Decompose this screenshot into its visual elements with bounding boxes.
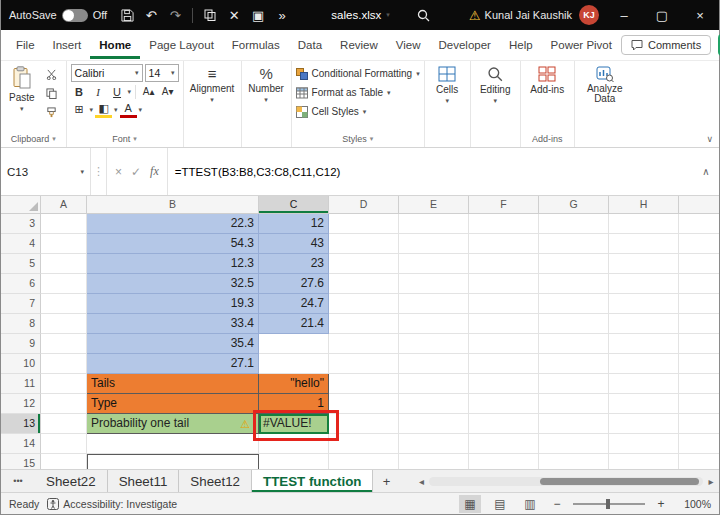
empty-cells-row-14[interactable] <box>329 434 719 454</box>
clipboard-dialog-launcher[interactable]: ▾ <box>52 135 56 143</box>
font-color-dropdown-icon[interactable]: ▾ <box>139 106 143 114</box>
cancel-entry-button[interactable]: × <box>115 165 122 179</box>
conditional-formatting-button[interactable]: Conditional Formatting ▾ <box>296 64 420 83</box>
paste-button[interactable]: Paste ▾ <box>5 64 39 121</box>
cell-C9[interactable] <box>259 334 329 354</box>
cell-C5[interactable]: 23 <box>259 254 329 274</box>
account-warning-icon[interactable]: ⚠ <box>469 8 481 23</box>
redo-button[interactable]: ↷ <box>163 0 187 30</box>
formula-input[interactable]: =TTEST(B3:B8,C3:C8,C11,C12) <box>168 148 693 195</box>
formula-bar-splitter[interactable]: ⋮ <box>91 148 107 195</box>
empty-cells-row-3[interactable] <box>329 214 719 234</box>
empty-cells-row-6[interactable] <box>329 274 719 294</box>
sheet-tab-ttest-function[interactable]: TTEST function <box>252 470 373 492</box>
row-header-10[interactable]: 10 <box>1 354 41 374</box>
font-dialog-launcher[interactable]: ▾ <box>133 135 137 143</box>
tab-home[interactable]: Home <box>90 32 140 59</box>
cell-A12[interactable] <box>41 394 87 414</box>
copy-button[interactable] <box>198 0 222 30</box>
sheet-tab-sheet22[interactable]: Sheet22 <box>35 470 108 492</box>
column-header-A[interactable]: A <box>41 196 87 213</box>
row-header-4[interactable]: 4 <box>1 234 41 254</box>
cell-A3[interactable] <box>41 214 87 234</box>
tab-formulas[interactable]: Formulas <box>223 32 289 59</box>
empty-cells-row-10[interactable] <box>329 354 719 374</box>
picture-button[interactable]: ▣ <box>246 0 270 30</box>
row-header-12[interactable]: 12 <box>1 394 41 414</box>
empty-cells-row-8[interactable] <box>329 314 719 334</box>
name-box[interactable]: C13 ▾ <box>1 148 91 195</box>
sheet-tab-sheet12[interactable]: Sheet12 <box>179 470 252 492</box>
cell-C7[interactable]: 24.7 <box>259 294 329 314</box>
zoom-in-button[interactable]: + <box>653 497 669 511</box>
row-header-6[interactable]: 6 <box>1 274 41 294</box>
tab-data[interactable]: Data <box>289 32 331 59</box>
cut-button[interactable]: ✕ <box>222 0 246 30</box>
row-header-15[interactable]: 15 <box>1 454 41 469</box>
fill-color-dropdown-icon[interactable]: ▾ <box>114 106 118 114</box>
cell-B7[interactable]: 19.3 <box>87 294 259 314</box>
more-sheets-button[interactable]: ••• <box>1 470 35 492</box>
empty-cells-row-9[interactable] <box>329 334 719 354</box>
font-size-combo[interactable]: 14 ▾ <box>145 64 179 82</box>
page-layout-view-button[interactable]: ▤ <box>489 495 511 513</box>
cell-A10[interactable] <box>41 354 87 374</box>
cell-B6[interactable]: 32.5 <box>87 274 259 294</box>
tab-help[interactable]: Help <box>500 32 542 59</box>
cell-A7[interactable] <box>41 294 87 314</box>
user-name[interactable]: Kunal Jai Kaushik <box>485 9 572 21</box>
tab-insert[interactable]: Insert <box>44 32 91 59</box>
bold-button[interactable]: B <box>71 83 88 100</box>
cell-C12[interactable]: 1 <box>259 394 329 414</box>
tab-developer[interactable]: Developer <box>430 32 500 59</box>
cell-B4[interactable]: 54.3 <box>87 234 259 254</box>
zoom-out-button[interactable]: − <box>549 497 565 511</box>
fill-color-button[interactable]: ◧ <box>95 101 112 118</box>
borders-dropdown-icon[interactable]: ▾ <box>90 106 94 114</box>
autosave-control[interactable]: AutoSave Off <box>9 9 107 22</box>
empty-cells-row-12[interactable] <box>329 394 719 414</box>
copy-ribbon-button[interactable] <box>42 85 62 102</box>
format-as-table-button[interactable]: Format as Table ▾ <box>296 83 420 102</box>
empty-cells-row-5[interactable] <box>329 254 719 274</box>
tab-power-pivot[interactable]: Power Pivot <box>542 32 621 59</box>
cell-A8[interactable] <box>41 314 87 334</box>
column-header-G[interactable]: G <box>539 196 609 213</box>
cell-C13-active[interactable]: #VALUE! <box>259 414 329 434</box>
empty-cells-row-7[interactable] <box>329 294 719 314</box>
cell-C14[interactable] <box>259 434 329 454</box>
cell-C3[interactable]: 12 <box>259 214 329 234</box>
column-header-D[interactable]: D <box>329 196 399 213</box>
column-header-B[interactable]: B <box>87 196 259 213</box>
cell-A14[interactable] <box>41 434 87 454</box>
cell-C4[interactable]: 43 <box>259 234 329 254</box>
horizontal-scroll-thumb[interactable] <box>540 478 699 485</box>
tab-file[interactable]: File <box>7 32 44 59</box>
cell-C11[interactable]: "hello" <box>259 374 329 394</box>
zoom-slider-thumb[interactable] <box>606 499 610 509</box>
maximize-button[interactable]: ▢ <box>643 0 681 30</box>
editing-button[interactable]: Editing ▾ <box>475 64 516 107</box>
user-avatar[interactable]: KJ <box>579 5 599 25</box>
close-button[interactable]: × <box>681 0 719 30</box>
cell-A5[interactable] <box>41 254 87 274</box>
font-name-combo[interactable]: Calibri ▾ <box>71 64 143 82</box>
cell-B5[interactable]: 12.3 <box>87 254 259 274</box>
cell-B11[interactable]: Tails <box>87 374 259 394</box>
collapse-ribbon-button[interactable]: ∨ <box>706 134 713 144</box>
minimize-button[interactable]: – <box>605 0 643 30</box>
row-header-8[interactable]: 8 <box>1 314 41 334</box>
cell-B13[interactable]: Probability one tail ⚠ <box>87 414 259 434</box>
expand-formula-bar-button[interactable]: ∧ <box>693 148 719 195</box>
new-sheet-button[interactable]: + <box>373 470 399 492</box>
cell-B12[interactable]: Type <box>87 394 259 414</box>
save-button[interactable] <box>115 0 139 30</box>
cell-B8[interactable]: 33.4 <box>87 314 259 334</box>
confirm-entry-button[interactable]: ✓ <box>131 165 141 179</box>
scroll-right-button[interactable]: ▸ <box>703 476 719 487</box>
column-header-C[interactable]: C <box>259 196 329 213</box>
alignment-button[interactable]: ≡ Alignment ▾ <box>188 64 237 106</box>
cell-B3[interactable]: 22.3 <box>87 214 259 234</box>
cut-ribbon-button[interactable] <box>42 66 62 83</box>
undo-button[interactable]: ↶ <box>139 0 163 30</box>
